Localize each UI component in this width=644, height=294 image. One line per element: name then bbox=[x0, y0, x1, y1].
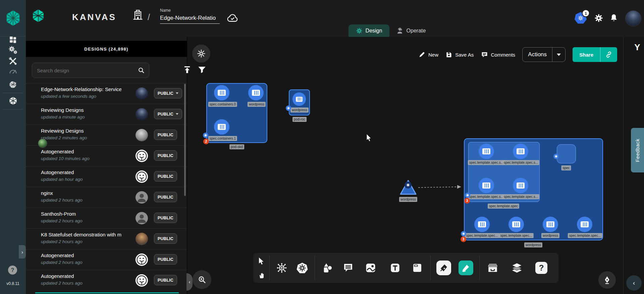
tool-kubernetes[interactable] bbox=[295, 261, 310, 275]
meshery-canvas-button[interactable] bbox=[192, 45, 210, 63]
sidebar-item-extensions[interactable] bbox=[0, 79, 26, 90]
design-list-item[interactable]: Edge-Network-Relationship: Service updat… bbox=[26, 83, 187, 104]
tool-note[interactable] bbox=[410, 261, 425, 275]
notifications-button[interactable] bbox=[609, 13, 618, 23]
node-container-wordpress[interactable] bbox=[292, 92, 306, 106]
visibility-select[interactable]: PUBLIC bbox=[154, 109, 182, 119]
share-label[interactable]: Share bbox=[573, 47, 600, 62]
visibility-select[interactable]: PUBLIC bbox=[154, 88, 182, 98]
node-label: wordpress bbox=[524, 242, 542, 247]
actions-menu-toggle[interactable] bbox=[552, 48, 565, 62]
visibility-label: PUBLIC bbox=[158, 112, 173, 117]
node-label: spec.containers.1 bbox=[208, 136, 237, 141]
share-split-button[interactable]: Share bbox=[573, 47, 617, 62]
tool-drawer[interactable] bbox=[485, 261, 500, 275]
tool-text[interactable] bbox=[388, 261, 402, 275]
sidebar-item-lifecycle[interactable] bbox=[0, 44, 26, 56]
design-owner-avatar bbox=[136, 253, 148, 266]
zoom-button[interactable] bbox=[193, 270, 211, 289]
sidebar-item-performance[interactable] bbox=[0, 66, 26, 77]
visibility-select[interactable]: PUBLIC bbox=[154, 254, 177, 265]
design-list-item[interactable]: Autogenerated updated 2 hours ago PUBLIC bbox=[26, 270, 187, 291]
help-button[interactable]: ? bbox=[8, 266, 17, 275]
design-list-item[interactable]: Autogenerated updated an hour ago PUBLIC bbox=[26, 166, 187, 187]
organization-icon[interactable] bbox=[132, 9, 144, 21]
search-icon[interactable] bbox=[138, 67, 149, 74]
node-container[interactable] bbox=[543, 217, 558, 232]
visibility-select[interactable]: PUBLIC bbox=[154, 150, 177, 161]
actions-label[interactable]: Actions bbox=[523, 48, 552, 62]
meshery-logo[interactable] bbox=[0, 0, 26, 36]
visibility-select[interactable]: PUBLIC bbox=[154, 192, 177, 202]
comments-button[interactable]: Comments bbox=[481, 51, 516, 58]
tool-shapes[interactable] bbox=[320, 261, 335, 275]
node-container[interactable] bbox=[508, 217, 524, 232]
design-list-item[interactable]: K8 Statefulset demonstration with mo upd… bbox=[26, 228, 187, 249]
design-list-item[interactable]: Reviewing Designs updated a minute ago P… bbox=[26, 104, 187, 125]
tool-pen[interactable] bbox=[436, 261, 451, 275]
node-container-spec-containers-0[interactable] bbox=[214, 85, 229, 100]
design-list-item[interactable]: Autogenerated updated 2 hours ago PUBLIC bbox=[26, 249, 187, 270]
node-label: spec.template.spec bbox=[488, 204, 519, 209]
node-container[interactable] bbox=[479, 178, 494, 193]
tab-design[interactable]: Design bbox=[348, 24, 389, 37]
copy-link-button[interactable] bbox=[600, 47, 617, 62]
new-button[interactable]: New bbox=[419, 51, 438, 58]
node-container-wordpress[interactable] bbox=[248, 85, 264, 100]
design-list-item[interactable]: Autogenerated updated 10 minutes ago PUB… bbox=[26, 145, 187, 166]
node-label: spec.template.spec.s... bbox=[502, 194, 539, 199]
sidebar-item-configuration[interactable] bbox=[0, 55, 26, 67]
search-input[interactable] bbox=[32, 68, 138, 73]
tool-select[interactable] bbox=[254, 253, 269, 268]
sidebar-item-dashboard[interactable] bbox=[0, 34, 26, 45]
tool-layers[interactable] bbox=[509, 261, 524, 275]
designs-scrollbar[interactable] bbox=[184, 84, 186, 196]
node-container-spec-containers-1[interactable] bbox=[214, 119, 229, 135]
settings-button[interactable] bbox=[594, 13, 603, 23]
node-container[interactable] bbox=[513, 178, 528, 193]
design-search[interactable] bbox=[32, 63, 149, 78]
tool-help[interactable]: ? bbox=[534, 261, 549, 275]
design-updated: updated an hour ago bbox=[41, 177, 83, 182]
visibility-select[interactable]: PUBLIC bbox=[154, 130, 177, 140]
visibility-select[interactable]: PUBLIC bbox=[154, 213, 177, 223]
node-container[interactable] bbox=[479, 144, 494, 159]
visibility-label: PUBLIC bbox=[158, 174, 173, 179]
tool-image[interactable] bbox=[363, 261, 378, 275]
error-badge[interactable]: 3 bbox=[461, 236, 466, 242]
note-icon bbox=[412, 263, 423, 273]
tab-operate[interactable]: Operate bbox=[389, 24, 432, 37]
pen-mode-button[interactable] bbox=[598, 271, 616, 289]
node-label: spec.template.spec.s... bbox=[468, 194, 505, 199]
save-as-button[interactable]: Save As bbox=[445, 51, 474, 58]
visibility-select[interactable]: PUBLIC bbox=[154, 275, 177, 285]
error-badge[interactable]: 2 bbox=[203, 139, 209, 144]
design-list-item[interactable]: nginx updated 2 hours ago PUBLIC bbox=[26, 187, 187, 208]
user-avatar[interactable] bbox=[625, 10, 641, 26]
design-title: nginx bbox=[41, 190, 121, 196]
design-list-item[interactable]: Santhosh-Prom updated 2 hours ago PUBLIC bbox=[26, 208, 187, 228]
tool-comment[interactable] bbox=[341, 261, 356, 275]
actions-split-button[interactable]: Actions bbox=[522, 47, 566, 62]
design-list-item[interactable]: Reviewing Designs updated 2 minutes ago … bbox=[26, 125, 187, 145]
node-spec[interactable] bbox=[557, 144, 576, 163]
rail-expand-handle[interactable]: › bbox=[19, 245, 26, 259]
visibility-select[interactable]: PUBLIC bbox=[154, 233, 177, 244]
flask-icon[interactable]: Y bbox=[632, 42, 643, 53]
node-container[interactable] bbox=[474, 217, 490, 232]
node-container[interactable] bbox=[577, 217, 592, 232]
tool-component[interactable] bbox=[274, 261, 289, 275]
dock-collapse-button[interactable]: ‹ bbox=[626, 275, 642, 291]
tool-pan[interactable] bbox=[254, 268, 269, 282]
design-name-input[interactable] bbox=[160, 15, 220, 24]
filter-button[interactable] bbox=[197, 65, 207, 75]
collaborator-avatar bbox=[38, 139, 47, 148]
visibility-select[interactable]: PUBLIC bbox=[154, 171, 177, 181]
error-badge[interactable]: 3 bbox=[464, 198, 470, 204]
feedback-tab[interactable]: Feedback bbox=[631, 128, 644, 172]
sidebar-item-kanvas[interactable] bbox=[0, 95, 26, 106]
kanvas-wordmark: KANVAS bbox=[72, 12, 116, 22]
import-design-button[interactable] bbox=[182, 65, 192, 75]
tool-freehand[interactable] bbox=[459, 261, 473, 275]
node-container[interactable] bbox=[513, 144, 528, 159]
